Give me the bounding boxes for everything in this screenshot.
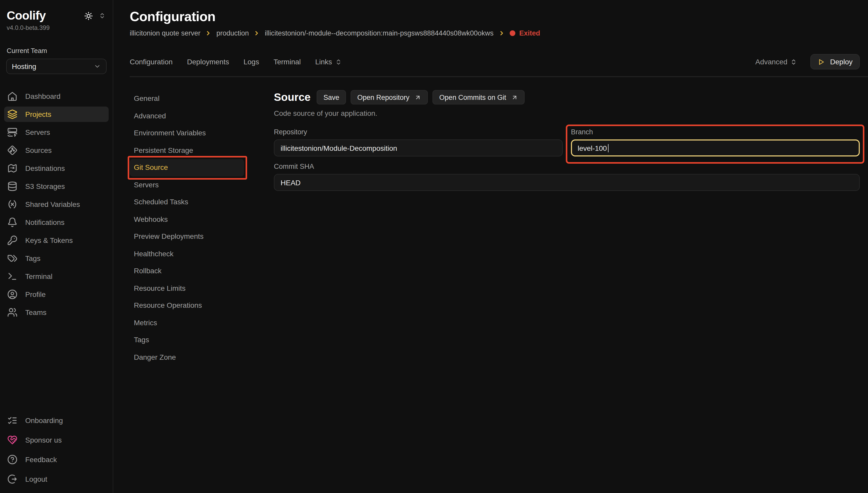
chevron-right-icon xyxy=(254,30,260,37)
subnav-item-environment-variables[interactable]: Environment Variables xyxy=(130,125,244,142)
git-source-icon xyxy=(7,145,18,155)
panel-header: Source Save Open Repository Open Commits… xyxy=(274,90,860,105)
tab-deployments[interactable]: Deployments xyxy=(187,58,229,66)
sidebar-item-onboarding[interactable]: Onboarding xyxy=(4,413,109,428)
subnav-item-preview-deployments[interactable]: Preview Deployments xyxy=(130,228,244,245)
status-badge: Exited xyxy=(509,29,540,37)
subnav-item-tags[interactable]: Tags xyxy=(130,331,244,349)
sidebar-item-dashboard[interactable]: Dashboard xyxy=(4,88,109,104)
branch-label: Branch xyxy=(571,128,860,136)
heart-handshake-icon xyxy=(7,435,18,445)
breadcrumb-application-link[interactable]: illicitestonion/-module--decomposition:m… xyxy=(265,29,493,37)
sidebar-item-s3-storages[interactable]: S3 Storages xyxy=(4,178,109,194)
branch-input[interactable]: level-100 xyxy=(571,140,860,156)
breadcrumb-environment-link[interactable]: production xyxy=(216,29,249,37)
play-icon xyxy=(818,58,826,66)
team-selector[interactable]: Hosting xyxy=(6,59,107,74)
tabbar: Configuration Deployments Logs Terminal … xyxy=(130,54,868,77)
repository-input[interactable] xyxy=(274,140,563,156)
tab-terminal[interactable]: Terminal xyxy=(274,58,301,66)
users-icon xyxy=(7,307,18,318)
advanced-menu[interactable]: Advanced xyxy=(755,58,797,66)
server-icon xyxy=(7,127,18,137)
sidebar-top-icons xyxy=(84,11,106,20)
page-header: Configuration illicitonion quote server … xyxy=(113,0,868,37)
commit-sha-input[interactable] xyxy=(274,174,860,191)
status-label: Exited xyxy=(519,29,540,37)
arrow-up-right-icon xyxy=(511,94,518,101)
tab-logs[interactable]: Logs xyxy=(244,58,259,66)
subnav-item-metrics[interactable]: Metrics xyxy=(130,314,244,331)
subnav-item-resource-limits[interactable]: Resource Limits xyxy=(130,280,244,297)
arrow-up-right-icon xyxy=(415,94,421,101)
sidebar-item-keys-tokens[interactable]: Keys & Tokens xyxy=(4,233,109,248)
chevrons-up-down-icon xyxy=(790,59,797,65)
sidebar-item-destinations[interactable]: Destinations xyxy=(4,160,109,176)
logo-row: Coolify xyxy=(0,0,113,23)
database-icon xyxy=(7,181,18,191)
sidebar-item-notifications[interactable]: Notifications xyxy=(4,215,109,230)
page-title: Configuration xyxy=(130,9,860,25)
section-description: Code source of your application. xyxy=(274,109,860,117)
repository-field: Repository xyxy=(274,128,563,156)
sidebar-item-shared-variables[interactable]: Shared Variables xyxy=(4,197,109,212)
subnav-item-servers[interactable]: Servers xyxy=(130,176,244,193)
open-repository-button[interactable]: Open Repository xyxy=(351,90,428,105)
sidebar-item-teams[interactable]: Teams xyxy=(4,305,109,320)
help-circle-icon xyxy=(7,454,18,465)
subnav-item-danger-zone[interactable]: Danger Zone xyxy=(130,349,244,366)
chevron-right-icon xyxy=(205,30,212,37)
text-cursor xyxy=(608,144,609,152)
sidebar-item-feedback[interactable]: Feedback xyxy=(4,452,109,467)
main-area: Configuration illicitonion quote server … xyxy=(113,0,868,493)
subnav-item-scheduled-tasks[interactable]: Scheduled Tasks xyxy=(130,193,244,211)
sidebar: Coolify v4.0.0-beta.399 Current Team Hos… xyxy=(0,0,113,493)
bell-icon xyxy=(7,217,18,228)
deploy-button[interactable]: Deploy xyxy=(811,54,860,69)
tab-configuration[interactable]: Configuration xyxy=(130,58,173,66)
terminal-icon xyxy=(7,271,18,281)
sun-icon[interactable] xyxy=(84,11,93,20)
logout-icon xyxy=(7,474,18,484)
subnav-item-advanced[interactable]: Advanced xyxy=(130,107,244,125)
save-button[interactable]: Save xyxy=(317,90,346,105)
subnav-item-general[interactable]: General xyxy=(130,90,244,107)
subnav-item-persistent-storage[interactable]: Persistent Storage xyxy=(130,142,244,159)
sidebar-item-terminal[interactable]: Terminal xyxy=(4,269,109,284)
open-commits-button[interactable]: Open Commits on Git xyxy=(433,90,525,105)
content: General Advanced Environment Variables P… xyxy=(113,77,868,493)
sidebar-nav: Dashboard Projects Servers Sources Desti… xyxy=(0,88,113,413)
git-source-panel: Source Save Open Repository Open Commits… xyxy=(274,90,860,493)
tab-links[interactable]: Links xyxy=(315,58,342,66)
subnav-item-rollback[interactable]: Rollback xyxy=(130,262,244,280)
sidebar-item-projects[interactable]: Projects xyxy=(4,107,109,122)
subnav-item-healthcheck[interactable]: Healthcheck xyxy=(130,245,244,262)
chevrons-up-down-icon[interactable] xyxy=(99,12,106,19)
current-team-label: Current Team xyxy=(7,47,106,55)
sidebar-item-sources[interactable]: Sources xyxy=(4,143,109,158)
sidebar-item-profile[interactable]: Profile xyxy=(4,287,109,302)
sidebar-item-servers[interactable]: Servers xyxy=(4,125,109,140)
tags-icon xyxy=(7,253,18,263)
breadcrumb-project-link[interactable]: illicitonion quote server xyxy=(130,29,200,37)
home-icon xyxy=(7,91,18,101)
team-selected-value: Hosting xyxy=(12,62,36,70)
map-icon xyxy=(7,163,18,173)
sidebar-item-logout[interactable]: Logout xyxy=(4,471,109,487)
sidebar-item-sponsor-us[interactable]: Sponsor us xyxy=(4,432,109,448)
layers-icon xyxy=(7,109,18,120)
subnav-item-git-source[interactable]: Git Source xyxy=(130,159,244,176)
subnav-item-webhooks[interactable]: Webhooks xyxy=(130,211,244,228)
sidebar-item-tags[interactable]: Tags xyxy=(4,251,109,266)
subnav-item-resource-operations[interactable]: Resource Operations xyxy=(130,297,244,314)
user-circle-icon xyxy=(7,289,18,300)
app-version: v4.0.0-beta.399 xyxy=(0,23,113,31)
chevron-right-icon xyxy=(498,30,505,37)
app-logo: Coolify xyxy=(7,9,84,23)
branch-field: Branch level-100 xyxy=(571,128,860,156)
commit-sha-field: Commit SHA xyxy=(274,163,860,191)
variable-icon xyxy=(7,199,18,210)
sidebar-footer: Onboarding Sponsor us Feedback Logout xyxy=(0,413,113,493)
coolify-app: Coolify v4.0.0-beta.399 Current Team Hos… xyxy=(0,0,868,493)
breadcrumb: illicitonion quote server production ill… xyxy=(130,29,860,37)
